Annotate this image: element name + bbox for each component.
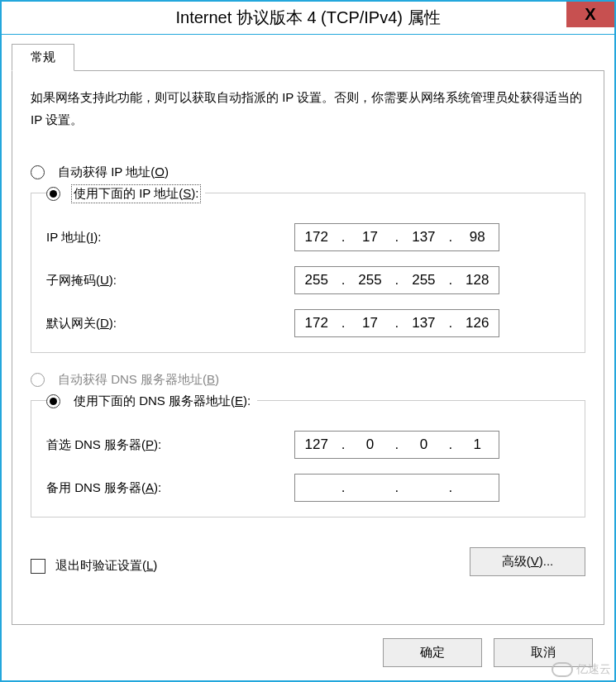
- checkbox-row-validate[interactable]: 退出时验证设置(L): [31, 558, 157, 574]
- watermark: 亿速云: [552, 662, 611, 677]
- alternate-dns-label: 备用 DNS 服务器(A):: [46, 480, 286, 496]
- field-preferred-dns: 首选 DNS 服务器(P): 127. 0. 0. 1: [46, 431, 570, 459]
- close-button[interactable]: X: [566, 2, 614, 27]
- radio-ip-manual-label: 使用下面的 IP 地址(S):: [72, 185, 200, 203]
- preferred-dns-input[interactable]: 127. 0. 0. 1: [294, 431, 499, 459]
- group-ip-manual: 使用下面的 IP 地址(S): IP 地址(I): 172. 17. 137. …: [31, 193, 585, 353]
- subnet-mask-input[interactable]: 255. 255. 255. 128: [294, 266, 499, 294]
- cloud-icon: [552, 662, 573, 677]
- advanced-button[interactable]: 高级(V)...: [470, 547, 585, 576]
- tab-general[interactable]: 常规: [12, 44, 74, 71]
- watermark-text: 亿速云: [576, 662, 611, 677]
- content-area: 常规 如果网络支持此功能，则可以获取自动指派的 IP 设置。否则，你需要从网络系…: [2, 35, 614, 680]
- radio-ip-auto-label: 自动获得 IP 地址(O): [56, 164, 170, 181]
- tab-label: 常规: [31, 50, 55, 64]
- radio-row-ip-manual[interactable]: 使用下面的 IP 地址(S):: [46, 185, 205, 203]
- field-ip-address: IP 地址(I): 172. 17. 137. 98: [46, 223, 570, 251]
- default-gateway-label: 默认网关(D):: [46, 316, 286, 331]
- advanced-row: 退出时验证设置(L) 高级(V)...: [31, 547, 585, 576]
- field-alternate-dns: 备用 DNS 服务器(A): . . .: [46, 474, 570, 502]
- dialog-window: Internet 协议版本 4 (TCP/IPv4) 属性 X 常规 如果网络支…: [0, 0, 616, 682]
- field-default-gateway: 默认网关(D): 172. 17. 137. 126: [46, 309, 570, 337]
- ip-address-label: IP 地址(I):: [46, 230, 286, 246]
- radio-dns-auto: [31, 373, 45, 387]
- default-gateway-input[interactable]: 172. 17. 137. 126: [294, 309, 499, 337]
- radio-row-ip-auto[interactable]: 自动获得 IP 地址(O): [31, 164, 585, 181]
- radio-dns-manual[interactable]: [46, 394, 60, 408]
- radio-ip-manual[interactable]: [46, 187, 60, 201]
- window-title: Internet 协议版本 4 (TCP/IPv4) 属性: [175, 7, 440, 29]
- radio-dns-manual-label: 使用下面的 DNS 服务器地址(E):: [72, 393, 252, 410]
- ok-button[interactable]: 确定: [383, 638, 482, 667]
- validate-checkbox[interactable]: [31, 559, 45, 574]
- field-subnet-mask: 子网掩码(U): 255. 255. 255. 128: [46, 266, 570, 294]
- subnet-mask-label: 子网掩码(U):: [46, 273, 286, 289]
- tab-strip: 常规: [12, 43, 604, 70]
- alternate-dns-input[interactable]: . . .: [294, 474, 499, 502]
- preferred-dns-label: 首选 DNS 服务器(P):: [46, 437, 286, 453]
- dialog-footer: 确定 取消: [12, 625, 604, 680]
- radio-ip-auto[interactable]: [31, 165, 45, 179]
- radio-row-dns-auto: 自动获得 DNS 服务器地址(B): [31, 371, 585, 389]
- radio-dns-auto-label: 自动获得 DNS 服务器地址(B): [56, 371, 221, 389]
- radio-row-dns-manual[interactable]: 使用下面的 DNS 服务器地址(E):: [46, 393, 257, 410]
- tab-body: 如果网络支持此功能，则可以获取自动指派的 IP 设置。否则，你需要从网络系统管理…: [12, 70, 604, 625]
- validate-label: 退出时验证设置(L): [55, 558, 157, 574]
- ip-address-input[interactable]: 172. 17. 137. 98: [294, 223, 499, 251]
- titlebar: Internet 协议版本 4 (TCP/IPv4) 属性 X: [2, 2, 614, 35]
- group-dns-manual: 使用下面的 DNS 服务器地址(E): 首选 DNS 服务器(P): 127. …: [31, 400, 585, 517]
- close-icon: X: [585, 5, 595, 24]
- description-text: 如果网络支持此功能，则可以获取自动指派的 IP 设置。否则，你需要从网络系统管理…: [31, 86, 585, 131]
